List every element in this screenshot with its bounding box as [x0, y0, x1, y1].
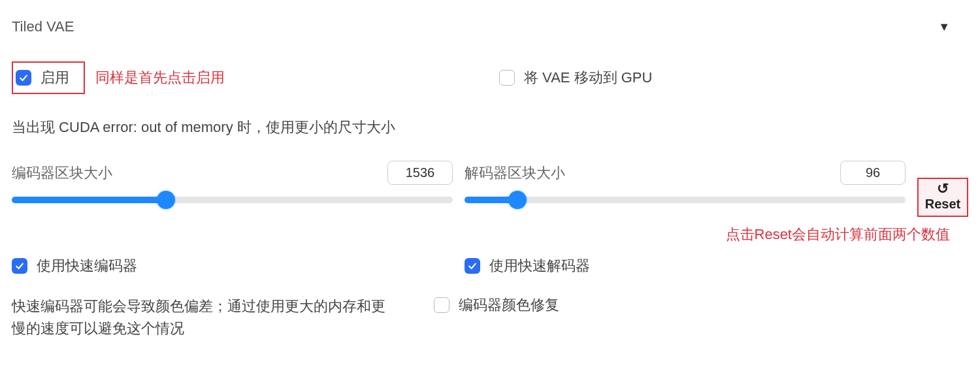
move-vae-gpu-option[interactable]: 将 VAE 移动到 GPU [499, 68, 652, 88]
enable-row: 启用 同样是首先点击启用 将 VAE 移动到 GPU [12, 61, 968, 94]
fast-decoder-option[interactable]: 使用快速解码器 [465, 256, 906, 276]
fast-options-row: 使用快速编码器 使用快速解码器 [12, 256, 968, 276]
encoder-tile-block: 编码器区块大小 1536 [12, 161, 453, 203]
reset-annotation-row: 点击Reset会自动计算前面两个数值 [12, 225, 968, 244]
reset-icon: ↺ [937, 182, 949, 196]
decoder-tile-slider-thumb[interactable] [508, 191, 527, 209]
reset-label: Reset [925, 196, 960, 212]
fast-encoder-warning-text: 快速编码器可能会导致颜色偏差；通过使用更大的内存和更慢的速度可以避免这个情况 [12, 295, 391, 340]
encoder-tile-slider-thumb[interactable] [157, 191, 175, 209]
encoder-tile-slider-fill [12, 197, 166, 203]
enable-checkbox[interactable] [16, 70, 31, 86]
fast-encoder-checkbox[interactable] [12, 258, 27, 274]
section-header: Tiled VAE ▼ [12, 18, 968, 35]
check-icon [467, 261, 478, 271]
tile-size-row: 编码器区块大小 1536 解码器区块大小 96 ↺ Reset [12, 161, 968, 217]
decoder-tile-slider[interactable] [465, 197, 906, 203]
encoder-tile-value-input[interactable]: 1536 [387, 161, 453, 185]
decoder-tile-block: 解码器区块大小 96 [465, 161, 906, 203]
fast-encoder-option[interactable]: 使用快速编码器 [12, 256, 453, 276]
encoder-color-fix-label: 编码器颜色修复 [459, 295, 559, 315]
decoder-tile-label: 解码器区块大小 [465, 163, 565, 183]
move-vae-gpu-label: 将 VAE 移动到 GPU [524, 68, 652, 88]
fast-decoder-label: 使用快速解码器 [489, 256, 590, 276]
check-icon [14, 261, 25, 271]
move-vae-gpu-checkbox[interactable] [499, 70, 515, 86]
encoder-color-fix-checkbox[interactable] [434, 297, 449, 313]
fast-encoder-label: 使用快速编码器 [37, 256, 137, 276]
encoder-tile-label: 编码器区块大小 [12, 163, 112, 183]
reset-annotation: 点击Reset会自动计算前面两个数值 [726, 225, 950, 244]
encoder-tile-slider[interactable] [12, 197, 453, 203]
encoder-tile-header: 编码器区块大小 1536 [12, 161, 453, 185]
reset-button[interactable]: ↺ Reset [917, 178, 968, 217]
fast-decoder-checkbox[interactable] [465, 258, 480, 274]
decoder-tile-value-input[interactable]: 96 [840, 161, 906, 185]
encoder-color-fix-option[interactable]: 编码器颜色修复 [434, 295, 559, 315]
collapse-toggle-icon[interactable]: ▼ [938, 20, 968, 34]
bottom-row: 快速编码器可能会导致颜色偏差；通过使用更大的内存和更慢的速度可以避免这个情况 编… [12, 295, 968, 340]
check-icon [18, 73, 29, 83]
enable-annotation: 同样是首先点击启用 [95, 68, 225, 88]
cuda-error-help-text: 当出现 CUDA error: out of memory 时，使用更小的尺寸大… [12, 118, 968, 137]
enable-label: 启用 [41, 68, 69, 88]
section-title: Tiled VAE [12, 18, 74, 35]
decoder-tile-header: 解码器区块大小 96 [465, 161, 906, 185]
enable-highlight-box: 启用 [12, 61, 85, 94]
